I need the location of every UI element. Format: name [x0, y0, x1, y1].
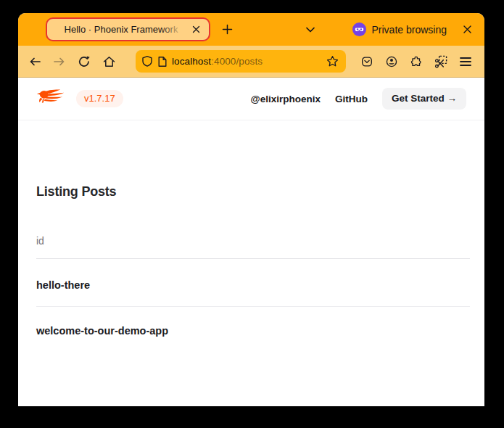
version-badge: v1.7.17: [76, 90, 123, 107]
extensions-button[interactable]: [405, 51, 427, 73]
close-icon: [192, 25, 200, 33]
site-header: v1.7.17 @elixirphoenix GitHub Get Starte…: [18, 78, 484, 120]
nav-link-github[interactable]: GitHub: [335, 94, 368, 104]
back-button[interactable]: [24, 51, 46, 73]
star-icon: [326, 55, 339, 67]
table-row[interactable]: hello-there: [36, 259, 470, 307]
nav-link-elixirphoenix[interactable]: @elixirphoenix: [251, 94, 321, 104]
pocket-button[interactable]: [356, 51, 378, 73]
screenshot-button[interactable]: [430, 51, 452, 73]
reload-icon: [78, 55, 91, 68]
close-icon: [463, 25, 472, 34]
private-browsing-indicator: Private browsing: [352, 22, 447, 36]
reload-button[interactable]: [73, 51, 95, 73]
bookmark-star-button[interactable]: [324, 54, 340, 70]
page-viewport: v1.7.17 @elixirphoenix GitHub Get Starte…: [18, 78, 484, 406]
tab-close-button[interactable]: [188, 22, 204, 38]
main-content: Listing Posts id hello-there welcome-to-…: [18, 120, 484, 352]
url-bar[interactable]: localhost:4000/posts: [136, 50, 346, 73]
tab-strip: Hello · Phoenix Framework: [18, 13, 484, 46]
plus-icon: [222, 24, 233, 35]
url-text: localhost:4000/posts: [172, 56, 320, 67]
site-nav: @elixirphoenix GitHub Get Started →: [251, 88, 466, 110]
tab-title: Hello · Phoenix Framework: [54, 24, 188, 36]
list-all-tabs-button[interactable]: [300, 20, 321, 40]
private-mask-icon: [352, 22, 366, 36]
table-row[interactable]: welcome-to-our-demo-app: [36, 307, 470, 352]
private-browsing-label: Private browsing: [372, 24, 447, 36]
home-icon: [102, 55, 116, 68]
tab-hello-phoenix[interactable]: Hello · Phoenix Framework: [46, 17, 210, 41]
window-close-button[interactable]: [457, 20, 477, 40]
hamburger-icon: [459, 56, 472, 67]
posts-table: id hello-there welcome-to-our-demo-app: [36, 235, 470, 352]
shield-icon: [141, 55, 153, 67]
account-button[interactable]: [381, 51, 402, 73]
screenshot-icon: [434, 54, 448, 68]
forward-button[interactable]: [49, 51, 70, 73]
pocket-icon: [360, 55, 373, 68]
back-arrow-icon: [28, 55, 41, 68]
puzzle-icon: [410, 55, 423, 68]
navigation-toolbar: localhost:4000/posts: [18, 46, 484, 78]
page-title: Listing Posts: [36, 184, 470, 199]
account-icon: [385, 55, 398, 68]
brand: v1.7.17: [36, 87, 123, 111]
new-tab-button[interactable]: [217, 20, 237, 40]
page-info-icon: [157, 56, 168, 67]
get-started-button[interactable]: Get Started →: [382, 88, 466, 110]
forward-arrow-icon: [53, 55, 66, 68]
chevron-down-icon: [305, 26, 315, 33]
phoenix-logo-link[interactable]: [36, 87, 65, 111]
browser-window: Hello · Phoenix Framework: [18, 13, 484, 406]
home-button[interactable]: [98, 51, 120, 73]
table-column-header-id: id: [36, 235, 470, 259]
menu-button[interactable]: [455, 51, 476, 73]
phoenix-logo-icon: [36, 87, 65, 111]
